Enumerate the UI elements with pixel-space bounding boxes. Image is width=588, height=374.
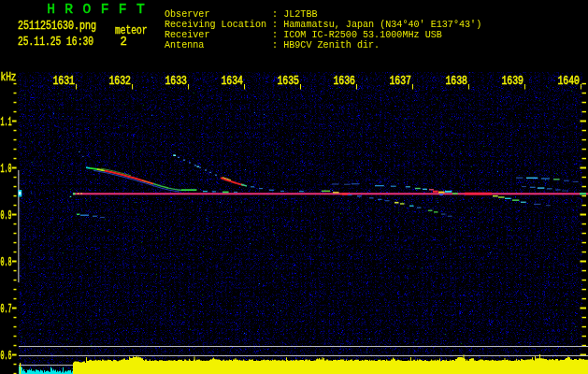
svg-text:Antenna : HB9CV Zen: Antenna : HB9CV Zenith dir.	[165, 40, 380, 50]
svg-text:0.7: 0.7	[1, 303, 12, 316]
svg-text:Receiving Location : Hamamatsu: Receiving Location : Hamamatsu, Japan (N…	[165, 20, 481, 30]
svg-text:2: 2	[121, 36, 127, 49]
svg-text:Receiver : ICOM IC-R: Receiver : ICOM IC-R2500 53.1000MHz USB	[165, 30, 442, 40]
svg-text:1632: 1632	[109, 74, 132, 88]
svg-text:1631: 1631	[53, 74, 76, 88]
svg-text:1637: 1637	[390, 74, 412, 88]
svg-text:2511251630.png: 2511251630.png	[18, 20, 96, 33]
svg-text:1633: 1633	[165, 74, 188, 88]
svg-text:0.6: 0.6	[1, 350, 12, 363]
svg-text:HROFFT: HROFFT	[47, 2, 154, 17]
svg-text:0.8: 0.8	[1, 256, 12, 269]
svg-text:kHz: kHz	[1, 71, 17, 84]
svg-text:1635: 1635	[278, 74, 300, 88]
svg-text:1640: 1640	[558, 74, 581, 88]
svg-text:0.9: 0.9	[1, 209, 12, 223]
svg-text:1634: 1634	[222, 74, 244, 88]
svg-text:25.11.25 16:30: 25.11.25 16:30	[18, 36, 93, 49]
svg-text:1.0: 1.0	[1, 163, 12, 176]
svg-text:1636: 1636	[334, 74, 356, 88]
svg-text:1.1: 1.1	[1, 116, 12, 129]
svg-text:1638: 1638	[446, 74, 468, 88]
svg-text:Observer : JL2TBB: Observer : JL2TBB	[165, 9, 318, 20]
svg-text:1639: 1639	[502, 74, 524, 88]
